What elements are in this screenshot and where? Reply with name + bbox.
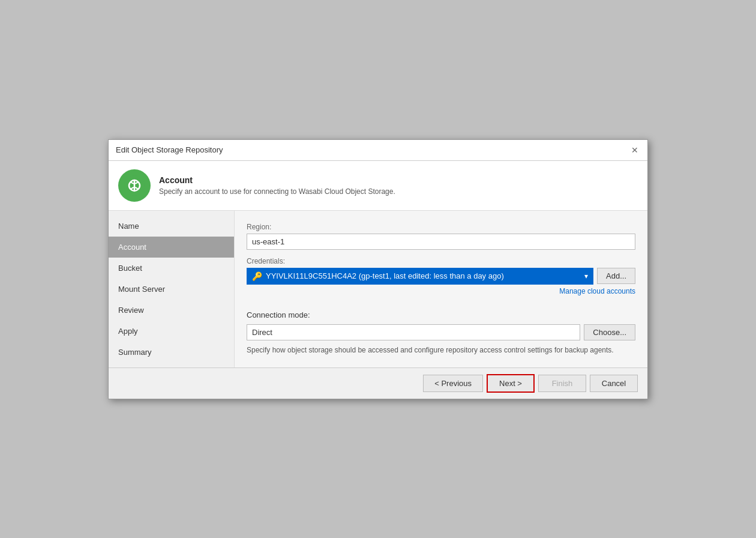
footer: < Previous Next > Finish Cancel [109,367,647,399]
region-label: Region: [247,223,635,231]
key-icon: 🔑 [252,271,262,281]
header-section: Account Specify an account to use for co… [109,161,647,211]
sidebar-item-apply[interactable]: Apply [109,321,234,342]
connection-section: Connection mode: Choose... Specify how o… [247,310,635,355]
manage-cloud-accounts-link[interactable]: Manage cloud accounts [247,287,635,295]
connection-hint: Specify how object storage should be acc… [247,345,635,355]
previous-button[interactable]: < Previous [423,375,483,392]
connection-mode-label: Connection mode: [247,310,635,319]
connection-mode-input[interactable] [247,324,580,340]
header-title: Account [159,175,395,185]
add-button[interactable]: Add... [597,268,635,284]
title-bar: Edit Object Storage Repository ✕ [109,140,647,161]
cancel-button[interactable]: Cancel [590,375,638,392]
credentials-dropdown[interactable]: 🔑 YYIVLKI11L9C551HC4A2 (gp-test1, last e… [247,268,593,285]
close-button[interactable]: ✕ [629,145,640,156]
header-description: Specify an account to use for connecting… [159,187,395,196]
choose-button[interactable]: Choose... [584,324,635,340]
body-section: Name Account Bucket Mount Server Review … [109,211,647,367]
sidebar-item-summary[interactable]: Summary [109,342,234,363]
credentials-label: Credentials: [247,257,635,265]
finish-button[interactable]: Finish [538,375,586,392]
chevron-down-icon: ▾ [584,272,588,280]
connection-row: Choose... [247,324,635,340]
region-group: Region: [247,223,635,250]
main-content: Region: Credentials: 🔑 YYIVLKI11L9C551HC… [235,211,647,367]
sidebar-item-name[interactable]: Name [109,216,234,237]
sidebar-item-mount-server[interactable]: Mount Server [109,279,234,300]
sidebar-item-account[interactable]: Account [109,237,234,258]
header-text: Account Specify an account to use for co… [159,175,395,196]
next-button[interactable]: Next > [487,374,535,393]
credentials-group: Credentials: 🔑 YYIVLKI11L9C551HC4A2 (gp-… [247,257,635,295]
sidebar: Name Account Bucket Mount Server Review … [109,211,235,367]
spacer [247,303,635,303]
sidebar-item-bucket[interactable]: Bucket [109,258,234,279]
region-input[interactable] [247,234,635,250]
dialog-title: Edit Object Storage Repository [116,145,223,154]
sidebar-item-review[interactable]: Review [109,300,234,321]
credentials-row: 🔑 YYIVLKI11L9C551HC4A2 (gp-test1, last e… [247,268,635,285]
wasabi-logo [118,169,151,202]
dialog: Edit Object Storage Repository ✕ Account… [108,139,648,399]
credentials-value: YYIVLKI11L9C551HC4A2 (gp-test1, last edi… [266,271,580,280]
